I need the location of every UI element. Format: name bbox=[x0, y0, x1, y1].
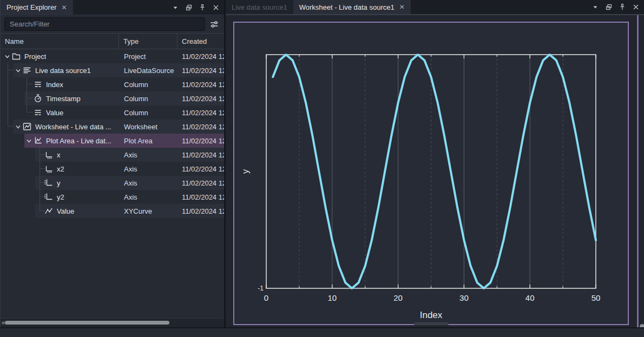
table-row[interactable]: ValueXYCurve11/02/2024 12 bbox=[1, 204, 224, 218]
project-tree: ProjectProject11/02/2024 12Live data sou… bbox=[1, 49, 224, 327]
expander-spacer bbox=[24, 77, 33, 91]
expander-chevron-icon[interactable] bbox=[14, 63, 22, 77]
pin-icon[interactable] bbox=[198, 3, 207, 12]
search-input[interactable] bbox=[4, 17, 205, 31]
tab-live-data-source-label: Live data source1 bbox=[232, 3, 287, 11]
item-name: Plot Area - Live dat... bbox=[43, 137, 111, 145]
item-name: x bbox=[54, 151, 61, 159]
chevron-down-icon[interactable] bbox=[590, 2, 600, 12]
close-icon[interactable] bbox=[211, 3, 221, 12]
item-name: Worksheet - Live data ... bbox=[32, 123, 111, 131]
worksheet-view[interactable]: 01020304050-1 Index y bbox=[226, 14, 644, 327]
scrollbar-thumb[interactable] bbox=[5, 321, 169, 325]
table-row[interactable]: x2Axis11/02/2024 12 bbox=[1, 162, 224, 176]
x-tick-label: 40 bbox=[525, 293, 535, 302]
cell-created: 11/02/2024 12 bbox=[178, 193, 224, 201]
dock-buttons bbox=[170, 0, 224, 15]
cell-name: x2 bbox=[1, 162, 119, 176]
dock-buttons bbox=[590, 0, 644, 14]
table-row[interactable]: y2Axis11/02/2024 12 bbox=[1, 190, 224, 204]
cell-created: 11/02/2024 12 bbox=[178, 165, 224, 173]
table-row[interactable]: IndexColumn11/02/2024 12 bbox=[1, 77, 224, 91]
cell-name: x bbox=[1, 148, 119, 162]
column-header-created[interactable]: Created bbox=[178, 34, 224, 49]
float-window-icon[interactable] bbox=[604, 2, 614, 12]
y-axis-title: y bbox=[241, 164, 251, 179]
worksheet-vscroll-thumb[interactable] bbox=[640, 324, 644, 327]
application-window: Project Explorer ✕ bbox=[0, 0, 644, 337]
item-name: Timestamp bbox=[43, 95, 81, 103]
cell-created: 11/02/2024 12 bbox=[178, 109, 224, 117]
project-icon bbox=[11, 49, 21, 63]
close-icon[interactable] bbox=[631, 2, 641, 12]
item-name: Live data source1 bbox=[32, 67, 91, 75]
cell-created: 11/02/2024 12 bbox=[178, 207, 224, 215]
expander-chevron-icon[interactable] bbox=[24, 134, 33, 148]
cell-name: y2 bbox=[1, 190, 119, 204]
cell-type: Plot Area bbox=[119, 137, 178, 145]
cell-name: Plot Area - Live dat... bbox=[1, 134, 119, 148]
y-tick-label: -1 bbox=[258, 285, 264, 292]
tab-worksheet-label: Worksheet - Live data source1 bbox=[299, 3, 395, 11]
cell-created: 11/02/2024 12 bbox=[178, 67, 224, 75]
column-header-type[interactable]: Type bbox=[119, 34, 178, 49]
table-row[interactable]: TimestampColumn11/02/2024 12 bbox=[1, 91, 224, 105]
worksheet-page[interactable]: 01020304050-1 Index y bbox=[233, 22, 629, 325]
table-row[interactable]: Worksheet - Live data ...Worksheet11/02/… bbox=[1, 120, 224, 134]
expander-chevron-icon[interactable] bbox=[14, 120, 22, 134]
x-axis-title: Index bbox=[266, 310, 596, 321]
table-row[interactable]: ValueColumn11/02/2024 12 bbox=[1, 105, 224, 120]
table-row[interactable]: Live data source1LiveDataSource11/02/202… bbox=[1, 63, 224, 77]
filter-options-icon[interactable] bbox=[207, 17, 221, 31]
expander-chevron-icon[interactable] bbox=[3, 49, 11, 63]
cell-name: Index bbox=[1, 77, 119, 91]
cell-type: Axis bbox=[119, 179, 178, 187]
item-name: y2 bbox=[54, 193, 64, 201]
clock-icon bbox=[33, 91, 43, 105]
table-row[interactable]: ProjectProject11/02/2024 12 bbox=[1, 49, 224, 63]
item-name: Project bbox=[21, 52, 46, 61]
plot-canvas[interactable]: 01020304050-1 bbox=[234, 23, 628, 324]
cell-type: Column bbox=[119, 109, 178, 117]
worksheet-hscroll-thumb[interactable] bbox=[414, 322, 449, 325]
cell-type: Worksheet bbox=[119, 123, 178, 131]
cell-type: Column bbox=[119, 95, 178, 103]
table-row[interactable]: xAxis11/02/2024 12 bbox=[1, 148, 224, 162]
tab-close-icon[interactable]: ✕ bbox=[399, 4, 405, 10]
cell-type: Project bbox=[119, 52, 178, 61]
tab-close-icon[interactable]: ✕ bbox=[61, 4, 67, 11]
float-window-icon[interactable] bbox=[184, 3, 194, 12]
horizontal-scrollbar bbox=[1, 318, 224, 327]
cell-created: 11/02/2024 12 bbox=[178, 81, 224, 89]
x-tick-label: 30 bbox=[459, 293, 469, 302]
cell-type: Axis bbox=[119, 165, 178, 173]
cell-name: Value bbox=[1, 204, 119, 218]
x-tick-label: 10 bbox=[327, 293, 337, 302]
cell-created: 11/02/2024 12 bbox=[178, 179, 224, 187]
pin-icon[interactable] bbox=[617, 2, 627, 12]
tab-live-data-source[interactable]: Live data source1 bbox=[226, 0, 293, 14]
tab-worksheet[interactable]: Worksheet - Live data source1 ✕ bbox=[293, 0, 411, 14]
cell-name: Timestamp bbox=[1, 91, 119, 105]
column-icon bbox=[33, 77, 43, 91]
status-bar bbox=[0, 327, 644, 337]
expander-spacer bbox=[35, 148, 44, 162]
adjacent-page-edge bbox=[637, 15, 639, 327]
xy-curve[interactable] bbox=[273, 55, 596, 288]
table-row[interactable]: yAxis11/02/2024 12 bbox=[1, 176, 224, 190]
expander-spacer bbox=[35, 162, 44, 176]
worksheet-icon bbox=[22, 120, 32, 134]
expander-spacer bbox=[24, 105, 33, 120]
project-explorer-panel: Project Explorer ✕ bbox=[0, 0, 226, 327]
cell-created: 11/02/2024 12 bbox=[178, 151, 224, 159]
item-name: Value bbox=[43, 109, 63, 117]
table-row[interactable]: Plot Area - Live dat...Plot Area11/02/20… bbox=[1, 134, 224, 148]
cell-name: Project bbox=[1, 49, 119, 63]
item-name: Index bbox=[43, 81, 63, 89]
cell-name: Live data source1 bbox=[1, 63, 119, 77]
tab-project-explorer[interactable]: Project Explorer ✕ bbox=[1, 0, 73, 15]
x-tick-label: 50 bbox=[592, 293, 601, 302]
chevron-down-icon[interactable] bbox=[170, 3, 180, 12]
column-header-name[interactable]: Name bbox=[1, 34, 119, 49]
axisy-icon bbox=[44, 176, 54, 190]
